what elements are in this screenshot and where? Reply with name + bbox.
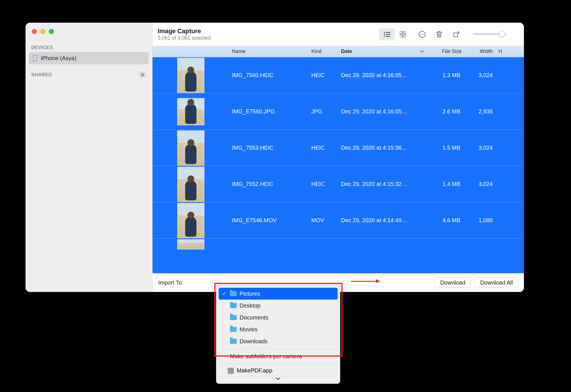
column-width[interactable]: Width [464, 48, 496, 54]
check-icon: ✓ [221, 291, 227, 297]
chevron-down-icon [420, 50, 424, 53]
table-row[interactable]: IMG_7552.HEIC HEIC Dec 29, 2020 at 4:15:… [153, 166, 524, 202]
zoom-button[interactable] [49, 29, 54, 34]
folder-icon [230, 303, 237, 308]
import-destination-menu: ✓PicturesDesktopDocumentsMoviesDownloads… [216, 285, 340, 384]
cell-kind: MOV [308, 217, 338, 224]
more-actions-button[interactable] [416, 28, 429, 40]
menu-item-label: Desktop [240, 302, 260, 309]
svg-point-4 [384, 34, 385, 35]
cell-date: Dec 29, 2020 at 4:16:05… [338, 108, 429, 115]
download-all-button[interactable]: Download All [475, 277, 518, 288]
cell-kind: HEIC [308, 181, 338, 187]
column-date[interactable]: Date [338, 48, 429, 54]
rotate-button[interactable] [450, 28, 463, 40]
menu-item-label: MakePDF.app [237, 367, 272, 374]
cell-size: 2.6 MB [429, 108, 464, 115]
close-button[interactable] [32, 29, 37, 34]
annotation-arrow [351, 279, 380, 283]
column-kind[interactable]: Kind [308, 48, 338, 54]
table-row[interactable]: IMG_7560.HEIC HEIC Dec 29, 2020 at 4:16:… [153, 57, 524, 94]
table-row[interactable] [153, 239, 524, 250]
cell-size: 1.3 MB [429, 72, 464, 79]
trash-icon [436, 31, 443, 38]
svg-rect-16 [454, 33, 458, 37]
svg-point-13 [420, 34, 421, 35]
thumbnail [177, 98, 204, 125]
thumbnail [177, 167, 204, 202]
menu-item-subfolders[interactable]: Make subfolders per camera [219, 351, 338, 362]
shared-count-badge: 0 [139, 72, 147, 78]
folder-icon [230, 315, 237, 320]
cell-date: Dec 29, 2020 at 4:14:49… [338, 217, 429, 224]
menu-item-folder[interactable]: Desktop [219, 300, 338, 312]
svg-rect-8 [400, 31, 402, 34]
grid-view-button[interactable] [395, 28, 411, 40]
menu-item-folder[interactable]: Movies [219, 323, 338, 335]
file-list: IMG_7560.HEIC HEIC Dec 29, 2020 at 4:16:… [153, 57, 524, 273]
list-view-button[interactable] [379, 28, 395, 40]
menu-item-makepdf[interactable]: MakePDF.app [219, 366, 338, 376]
cell-name: IMG_7553.HEIC [229, 145, 308, 151]
menu-more-button[interactable] [219, 376, 338, 381]
slider-track [473, 33, 506, 35]
thumbnail-size-slider[interactable] [473, 33, 518, 35]
toolbar: Image Capture 3,061 of 3,061 selected [153, 23, 524, 46]
import-to-label: Import To: [158, 279, 183, 286]
table-row[interactable]: IMG_7553.HEIC HEIC Dec 29, 2020 at 4:15:… [153, 130, 524, 166]
thumbnail [177, 130, 204, 166]
cell-width: 1,080 [464, 217, 496, 224]
svg-point-2 [384, 32, 385, 33]
svg-rect-3 [386, 32, 390, 33]
shared-section-label: SHARED [31, 72, 52, 78]
folder-icon [230, 339, 237, 344]
menu-item-label: Documents [240, 314, 268, 321]
slider-thumb[interactable] [499, 31, 505, 37]
cell-size: 1.4 MB [429, 181, 464, 187]
cell-date: Dec 29, 2020 at 4:16:05… [338, 72, 429, 79]
svg-rect-5 [386, 34, 390, 35]
menu-item-folder[interactable]: ✓Pictures [219, 288, 338, 300]
list-icon [384, 31, 390, 37]
cell-name: IMG_7552.HEIC [229, 181, 308, 187]
view-mode-segmented [378, 27, 412, 41]
column-height[interactable]: H [496, 48, 524, 54]
svg-rect-9 [403, 31, 406, 34]
image-capture-window: DEVICES iPhone (Asya) SHARED 0 Image Cap… [26, 23, 524, 292]
column-filesize[interactable]: File Size [429, 48, 464, 54]
delete-button[interactable] [433, 28, 446, 40]
thumbnail [177, 58, 204, 93]
column-name[interactable]: Name [229, 48, 308, 54]
svg-point-14 [422, 34, 422, 35]
title-block: Image Capture 3,061 of 3,061 selected [158, 27, 211, 41]
minimize-button[interactable] [40, 29, 45, 34]
selection-subtitle: 3,061 of 3,061 selected [158, 35, 211, 41]
sidebar-item-iphone[interactable]: iPhone (Asya) [29, 52, 149, 64]
column-date-label: Date [341, 48, 352, 54]
table-row[interactable]: IMG_E7560.JPG JPG Dec 29, 2020 at 4:16:0… [153, 94, 524, 130]
main-area: Image Capture 3,061 of 3,061 selected [153, 23, 524, 292]
cell-date: Dec 29, 2020 at 4:15:36… [338, 145, 429, 151]
table-row[interactable]: IMG_E7546.MOV MOV Dec 29, 2020 at 4:14:4… [153, 202, 524, 239]
cell-name: IMG_7560.HEIC [229, 72, 308, 79]
svg-point-1 [35, 60, 35, 61]
folder-icon [230, 327, 237, 332]
menu-item-label: Downloads [240, 338, 268, 345]
cell-kind: HEIC [308, 72, 338, 79]
svg-rect-11 [403, 35, 406, 37]
menu-item-folder[interactable]: Downloads [219, 335, 338, 347]
menu-item-label: Movies [240, 326, 257, 333]
cell-size: 1.5 MB [429, 145, 464, 151]
cell-name: IMG_E7546.MOV [229, 217, 308, 224]
cell-width: 2,936 [464, 108, 496, 115]
download-button[interactable]: Download [435, 277, 471, 288]
ellipsis-circle-icon [418, 31, 426, 38]
iphone-icon [33, 55, 37, 62]
cell-width: 3,024 [464, 181, 496, 187]
svg-rect-10 [400, 35, 402, 37]
menu-item-folder[interactable]: Documents [219, 312, 338, 323]
svg-point-6 [384, 36, 385, 37]
chevron-down-icon [276, 377, 280, 380]
folder-icon [230, 291, 237, 296]
svg-rect-7 [386, 36, 390, 37]
